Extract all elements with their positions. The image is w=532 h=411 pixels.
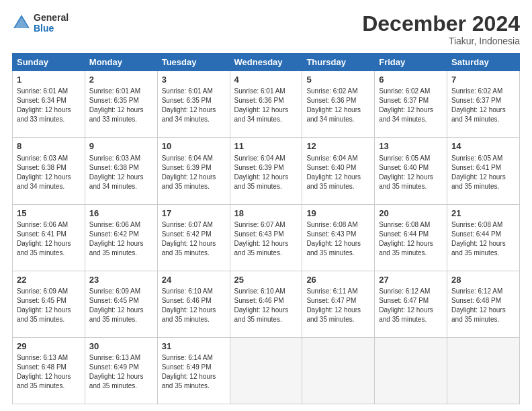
day-number: 9 — [89, 140, 153, 152]
daylight-label: Daylight: 12 hours and 35 minutes. — [162, 240, 216, 257]
sunset-label: Sunset: 6:47 PM — [306, 297, 356, 304]
col-saturday: Saturday — [447, 54, 520, 71]
table-row: 8Sunrise: 6:03 AMSunset: 6:38 PMDaylight… — [13, 138, 85, 204]
table-row: 12Sunrise: 6:04 AMSunset: 6:40 PMDayligh… — [302, 138, 375, 204]
day-number: 30 — [89, 340, 153, 353]
table-row: 30Sunrise: 6:13 AMSunset: 6:49 PMDayligh… — [85, 337, 157, 404]
daylight-label: Daylight: 12 hours and 35 minutes. — [451, 240, 506, 257]
sunset-label: Sunset: 6:49 PM — [162, 363, 212, 371]
table-row: 22Sunrise: 6:09 AMSunset: 6:45 PMDayligh… — [13, 271, 85, 337]
day-number: 5 — [306, 74, 370, 86]
sunrise-label: Sunrise: 6:13 AM — [89, 354, 140, 361]
sunrise-label: Sunrise: 6:12 AM — [451, 287, 502, 295]
sunrise-label: Sunrise: 6:05 AM — [451, 154, 502, 162]
daylight-label: Daylight: 12 hours and 35 minutes. — [162, 373, 216, 390]
sunset-label: Sunset: 6:46 PM — [234, 297, 284, 304]
col-sunday: Sunday — [13, 54, 85, 71]
table-row: 7Sunrise: 6:02 AMSunset: 6:37 PMDaylight… — [447, 71, 520, 138]
day-number: 31 — [162, 340, 226, 353]
sunrise-label: Sunrise: 6:11 AM — [306, 287, 357, 295]
daylight-label: Daylight: 12 hours and 35 minutes. — [162, 306, 216, 323]
calendar-table: Sunday Monday Tuesday Wednesday Thursday… — [12, 53, 520, 404]
table-row: 25Sunrise: 6:10 AMSunset: 6:46 PMDayligh… — [230, 271, 302, 337]
sunset-label: Sunset: 6:48 PM — [17, 363, 66, 371]
col-thursday: Thursday — [302, 54, 375, 71]
table-row: 26Sunrise: 6:11 AMSunset: 6:47 PMDayligh… — [302, 271, 375, 337]
table-row: 17Sunrise: 6:07 AMSunset: 6:42 PMDayligh… — [157, 204, 230, 271]
subtitle: Tiakur, Indonesia — [362, 36, 520, 46]
daylight-label: Daylight: 12 hours and 35 minutes. — [451, 173, 506, 190]
table-row: 20Sunrise: 6:08 AMSunset: 6:44 PMDayligh… — [375, 204, 447, 271]
daylight-label: Daylight: 12 hours and 35 minutes. — [451, 306, 506, 323]
daylight-label: Daylight: 12 hours and 35 minutes. — [306, 240, 361, 257]
table-row: 16Sunrise: 6:06 AMSunset: 6:42 PMDayligh… — [85, 204, 157, 271]
daylight-label: Daylight: 12 hours and 35 minutes. — [379, 240, 433, 257]
week-row-4: 22Sunrise: 6:09 AMSunset: 6:45 PMDayligh… — [13, 271, 520, 337]
daylight-label: Daylight: 12 hours and 34 minutes. — [451, 106, 506, 123]
table-row: 24Sunrise: 6:10 AMSunset: 6:46 PMDayligh… — [157, 271, 230, 337]
daylight-label: Daylight: 12 hours and 35 minutes. — [17, 306, 71, 323]
sunset-label: Sunset: 6:36 PM — [306, 97, 356, 104]
sunrise-label: Sunrise: 6:08 AM — [379, 221, 430, 228]
daylight-label: Daylight: 12 hours and 35 minutes. — [306, 173, 361, 190]
logo: General Blue — [12, 12, 69, 34]
sunset-label: Sunset: 6:43 PM — [234, 230, 284, 238]
daylight-label: Daylight: 12 hours and 35 minutes. — [162, 173, 216, 190]
daylight-label: Daylight: 12 hours and 35 minutes. — [234, 306, 289, 323]
sunset-label: Sunset: 6:47 PM — [379, 297, 429, 304]
sunrise-label: Sunrise: 6:06 AM — [89, 221, 140, 228]
table-row: 11Sunrise: 6:04 AMSunset: 6:39 PMDayligh… — [230, 138, 302, 204]
sunset-label: Sunset: 6:38 PM — [89, 164, 139, 171]
table-row: 3Sunrise: 6:01 AMSunset: 6:35 PMDaylight… — [157, 71, 230, 138]
table-row: 15Sunrise: 6:06 AMSunset: 6:41 PMDayligh… — [13, 204, 85, 271]
table-row — [230, 337, 302, 404]
daylight-label: Daylight: 12 hours and 34 minutes. — [306, 106, 361, 123]
day-number: 18 — [234, 208, 298, 220]
table-row: 19Sunrise: 6:08 AMSunset: 6:43 PMDayligh… — [302, 204, 375, 271]
day-number: 26 — [306, 274, 370, 286]
table-row: 28Sunrise: 6:12 AMSunset: 6:48 PMDayligh… — [447, 271, 520, 337]
daylight-label: Daylight: 12 hours and 35 minutes. — [234, 173, 289, 190]
daylight-label: Daylight: 12 hours and 34 minutes. — [17, 173, 71, 190]
day-number: 10 — [162, 140, 226, 152]
daylight-label: Daylight: 12 hours and 35 minutes. — [89, 373, 144, 390]
sunrise-label: Sunrise: 6:12 AM — [379, 287, 430, 295]
day-number: 12 — [306, 140, 370, 152]
sunset-label: Sunset: 6:44 PM — [379, 230, 429, 238]
daylight-label: Daylight: 12 hours and 35 minutes. — [306, 306, 361, 323]
sunset-label: Sunset: 6:41 PM — [17, 230, 66, 238]
sunrise-label: Sunrise: 6:01 AM — [89, 87, 140, 95]
day-number: 15 — [17, 208, 81, 220]
day-number: 14 — [451, 140, 515, 152]
day-number: 29 — [17, 340, 81, 353]
sunrise-label: Sunrise: 6:10 AM — [234, 287, 285, 295]
daylight-label: Daylight: 12 hours and 33 minutes. — [17, 106, 71, 123]
day-number: 1 — [17, 74, 81, 86]
daylight-label: Daylight: 12 hours and 35 minutes. — [17, 240, 71, 257]
daylight-label: Daylight: 12 hours and 35 minutes. — [89, 306, 144, 323]
sunrise-label: Sunrise: 6:02 AM — [379, 87, 430, 95]
week-row-2: 8Sunrise: 6:03 AMSunset: 6:38 PMDaylight… — [13, 138, 520, 204]
sunset-label: Sunset: 6:42 PM — [89, 230, 139, 238]
table-row: 2Sunrise: 6:01 AMSunset: 6:35 PMDaylight… — [85, 71, 157, 138]
sunrise-label: Sunrise: 6:04 AM — [162, 154, 213, 162]
day-number: 2 — [89, 74, 153, 86]
sunset-label: Sunset: 6:35 PM — [89, 97, 139, 104]
sunset-label: Sunset: 6:36 PM — [234, 97, 284, 104]
daylight-label: Daylight: 12 hours and 34 minutes. — [162, 106, 216, 123]
sunrise-label: Sunrise: 6:01 AM — [234, 87, 285, 95]
table-row: 14Sunrise: 6:05 AMSunset: 6:41 PMDayligh… — [447, 138, 520, 204]
sunset-label: Sunset: 6:46 PM — [162, 297, 212, 304]
day-number: 25 — [234, 274, 298, 286]
day-number: 13 — [379, 140, 443, 152]
day-number: 19 — [306, 208, 370, 220]
sunrise-label: Sunrise: 6:02 AM — [306, 87, 357, 95]
table-row: 4Sunrise: 6:01 AMSunset: 6:36 PMDaylight… — [230, 71, 302, 138]
table-row: 23Sunrise: 6:09 AMSunset: 6:45 PMDayligh… — [85, 271, 157, 337]
day-number: 11 — [234, 140, 298, 152]
daylight-label: Daylight: 12 hours and 34 minutes. — [89, 173, 144, 190]
sunset-label: Sunset: 6:37 PM — [451, 97, 501, 104]
sunrise-label: Sunrise: 6:09 AM — [17, 287, 68, 295]
day-number: 23 — [89, 274, 153, 286]
table-row: 9Sunrise: 6:03 AMSunset: 6:38 PMDaylight… — [85, 138, 157, 204]
